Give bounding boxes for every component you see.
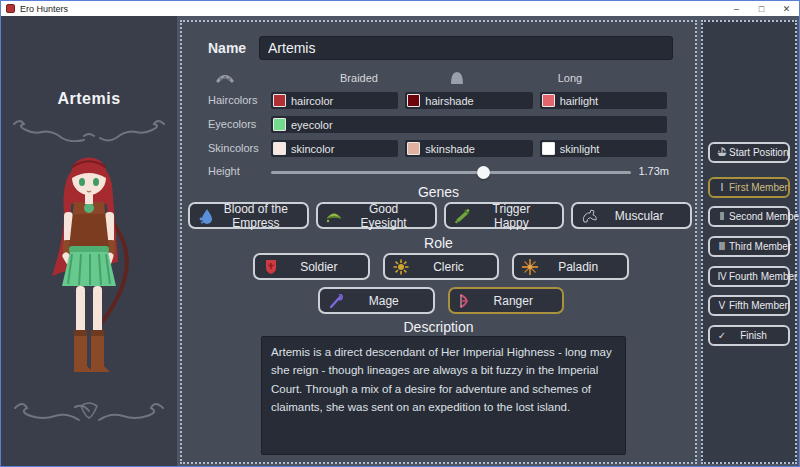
staff-icon (327, 292, 345, 310)
description-textarea[interactable]: Artemis is a direct descendant of Her Im… (261, 336, 626, 455)
haircolor-swatch[interactable] (273, 94, 286, 107)
third-member-button[interactable]: ⅢThird Member (708, 236, 790, 257)
gun-icon (453, 207, 471, 225)
role-button-soldier[interactable]: Soldier (253, 253, 370, 280)
fifth-member-button[interactable]: ⅤFifth Member (708, 295, 790, 316)
haircolor-field[interactable]: haircolor (271, 92, 398, 109)
eye-icon (325, 207, 343, 225)
side-button-label: Second Member (729, 211, 799, 222)
role-label: Mage (349, 294, 419, 308)
swatch-label: skinlight (560, 143, 600, 155)
color-row-eyecolors: Eyecolorseyecolor (182, 116, 695, 133)
hairshade-field[interactable]: hairshade (405, 92, 532, 109)
first-member-button[interactable]: ⅠFirst Member (708, 177, 790, 198)
eyecolor-field[interactable]: eyecolor (271, 116, 667, 133)
description-section-title: Description (182, 319, 695, 335)
skinshade-field[interactable]: skinshade (405, 140, 532, 157)
side-button-label: Fifth Member (729, 300, 788, 311)
numeral-four-icon: Ⅳ (715, 271, 729, 282)
side-button-label: Fourth Member (729, 271, 797, 282)
role-section-title: Role (182, 235, 695, 251)
numeral-five-icon: Ⅴ (715, 300, 729, 311)
app-window: Ero Hunters – □ ✕ Artemis (0, 0, 800, 467)
role-button-ranger[interactable]: Ranger (448, 287, 565, 314)
character-name-heading: Artemis (1, 90, 177, 108)
app-icon (6, 4, 15, 13)
numeral-two-icon: Ⅱ (715, 211, 729, 222)
finish-button[interactable]: ✓Finish (708, 325, 790, 346)
shield-icon (262, 258, 280, 276)
numeral-one-icon: Ⅰ (715, 182, 729, 193)
character-editor-panel: Name Braided Long Haircolorshaircolorhai… (180, 20, 697, 464)
gene-button-trigger-happy[interactable]: Trigger Happy (444, 202, 565, 229)
genes-row: Blood of the EmpressGood EyesightTrigger… (188, 202, 692, 229)
eyecolor-swatch[interactable] (273, 118, 286, 131)
flourish-ornament (9, 116, 169, 142)
droplet-icon (197, 207, 215, 225)
window-title: Ero Hunters (20, 4, 724, 14)
hair-style-row: Braided Long (182, 70, 695, 88)
side-button-label: Third Member (729, 241, 791, 252)
hair-back-style-label[interactable]: Long (470, 72, 670, 84)
gene-button-good-eyesight[interactable]: Good Eyesight (316, 202, 437, 229)
role-button-cleric[interactable]: Cleric (383, 253, 500, 280)
maximize-button[interactable]: □ (749, 1, 774, 16)
character-artwork (14, 144, 164, 394)
close-button[interactable]: ✕ (774, 1, 799, 16)
gene-label: Blood of the Empress (219, 202, 293, 230)
hair-front-style-label[interactable]: Braided (259, 72, 459, 84)
role-label: Ranger (479, 294, 549, 308)
height-value: 1.73m (638, 165, 669, 177)
height-label: Height (208, 165, 240, 177)
height-slider-thumb[interactable] (477, 166, 490, 179)
role-label: Cleric (414, 260, 484, 274)
swatch-label: hairlight (560, 95, 599, 107)
swatch-label: hairshade (425, 95, 473, 107)
gene-label: Good Eyesight (347, 202, 421, 230)
row-label: Haircolors (208, 94, 258, 106)
hairshade-swatch[interactable] (407, 94, 420, 107)
start-position-button[interactable]: Start Position (708, 142, 790, 163)
swatch-label: eyecolor (291, 119, 333, 131)
side-button-label: First Member (729, 182, 788, 193)
checkmark-icon: ✓ (715, 330, 729, 341)
side-button-label: Finish (729, 330, 778, 341)
skinlight-swatch[interactable] (542, 142, 555, 155)
gene-button-muscular[interactable]: Muscular (571, 202, 692, 229)
second-member-button[interactable]: ⅡSecond Member (708, 206, 790, 227)
side-button-label: Start Position (729, 147, 788, 158)
skinshade-swatch[interactable] (407, 142, 420, 155)
long-hair-icon[interactable] (448, 71, 466, 85)
game-stage: Artemis (1, 16, 799, 466)
flourish-ornament (9, 398, 169, 424)
skincolor-swatch[interactable] (273, 142, 286, 155)
height-slider[interactable] (271, 171, 631, 174)
hairlight-swatch[interactable] (542, 94, 555, 107)
name-input[interactable] (259, 36, 673, 60)
fourth-member-button[interactable]: ⅣFourth Member (708, 266, 790, 287)
role-row-2: MageRanger (318, 287, 564, 314)
skincolor-field[interactable]: skincolor (271, 140, 398, 157)
swatch-label: haircolor (291, 95, 333, 107)
hairlight-field[interactable]: hairlight (540, 92, 667, 109)
minimize-button[interactable]: – (724, 1, 749, 16)
boat-icon (715, 145, 729, 161)
title-bar: Ero Hunters – □ ✕ (1, 1, 799, 16)
gene-button-blood-of-the-empress[interactable]: Blood of the Empress (188, 202, 309, 229)
role-label: Paladin (543, 260, 613, 274)
row-label: Eyecolors (208, 118, 256, 130)
bow-icon (457, 292, 475, 310)
skinlight-field[interactable]: skinlight (540, 140, 667, 157)
color-row-haircolors: Haircolorshaircolorhairshadehairlight (182, 92, 695, 109)
row-label: Skincolors (208, 142, 259, 154)
radiant-cross-icon (521, 258, 539, 276)
arm-icon (580, 207, 598, 225)
party-slots-panel: Start PositionⅠFirst MemberⅡSecond Membe… (701, 20, 797, 464)
height-row: Height 1.73m (182, 163, 695, 181)
role-button-mage[interactable]: Mage (318, 287, 435, 314)
gene-label: Muscular (602, 209, 676, 223)
genes-section-title: Genes (182, 184, 695, 200)
braided-hairband-icon[interactable] (216, 71, 234, 85)
character-preview-panel: Artemis (1, 16, 177, 466)
role-button-paladin[interactable]: Paladin (512, 253, 629, 280)
